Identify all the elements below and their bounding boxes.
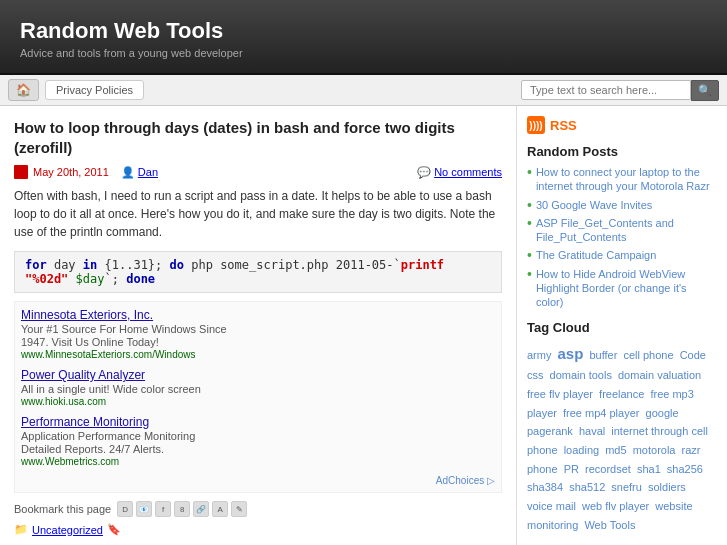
list-item: • How to Hide Android WebView Highlight … [527,267,717,310]
sidebar: )))) RSS Random Posts • How to connect y… [517,106,727,545]
breadcrumb: Privacy Policies [45,80,144,100]
tag-bookmark-icon: 🔖 [107,523,121,536]
tag-buffer[interactable]: buffer [589,349,617,361]
tag-cloud: army asp buffer cell phone Code css doma… [527,341,717,535]
tag-icon: 📁 [14,523,28,536]
bullet-icon: • [527,248,532,262]
tag-domain-tools[interactable]: domain tools [550,369,612,381]
bookmark-icon-4[interactable]: 8 [174,501,190,517]
ad-link-3[interactable]: Performance Monitoring [21,415,149,429]
ad-desc-1a: Your #1 Source For Home Windows Since [21,323,495,335]
list-item: • How to connect your laptop to the inte… [527,165,717,194]
tag-domain-valuation[interactable]: domain valuation [618,369,701,381]
bookmark-icon-2[interactable]: 📧 [136,501,152,517]
bookmark-icon-5[interactable]: 🔗 [193,501,209,517]
list-item: • The Gratitude Campaign [527,248,717,262]
bullet-icon: • [527,165,532,179]
main-layout: How to loop through days (dates) in bash… [0,106,727,545]
bookmark-icon-3[interactable]: f [155,501,171,517]
search-input[interactable] [521,80,691,100]
ad-choices-label[interactable]: AdChoices ▷ [436,475,495,486]
random-post-link-5[interactable]: How to Hide Android WebView Highlight Bo… [536,267,717,310]
tag-haval[interactable]: haval [579,425,605,437]
bullet-icon: • [527,198,532,212]
random-posts-title: Random Posts [527,144,717,159]
tag-motorola[interactable]: motorola [633,444,676,456]
ad-choices: AdChoices ▷ [21,475,495,486]
tag-free-mp4[interactable]: free mp4 player [563,407,639,419]
site-subtitle: Advice and tools from a young web develo… [20,47,707,59]
tag-code[interactable]: Code [680,349,706,361]
bookmark-icon-6[interactable]: A [212,501,228,517]
tag-css[interactable]: css [527,369,544,381]
tag-freelance[interactable]: freelance [599,388,644,400]
author-link[interactable]: Dan [138,166,158,178]
code-keyword3: do [170,258,184,272]
tag-free-flv-player[interactable]: free flv player [527,388,593,400]
ad-desc-2a: All in a single unit! Wide color screen [21,383,495,395]
tag-sha256[interactable]: sha256 [667,463,703,475]
random-post-link-3[interactable]: ASP File_Get_Contents and File_Put_Conte… [536,216,717,245]
tag-pagerank[interactable]: pagerank [527,425,573,437]
tag-md5[interactable]: md5 [605,444,626,456]
tag-google[interactable]: google [646,407,679,419]
post1-comments: 💬 No comments [417,166,502,179]
tag-recordset[interactable]: recordset [585,463,631,475]
tag-pr[interactable]: PR [564,463,579,475]
ad-url-1: www.MinnesotaExteriors.com/Windows [21,349,495,360]
code-keyword2: in [83,258,97,272]
post1-author: 👤 Dan [121,166,158,179]
bookmark-label: Bookmark this page [14,503,111,515]
person-icon: 👤 [121,166,135,179]
tag-soldiers[interactable]: soldiers [648,481,686,493]
tag-snefru[interactable]: snefru [611,481,642,493]
list-item: • 30 Google Wave Invites [527,198,717,212]
home-button[interactable]: 🏠 [8,79,39,101]
tag-asp[interactable]: asp [558,345,584,362]
content-area: How to loop through days (dates) in bash… [0,106,517,545]
search-button[interactable]: 🔍 [691,80,719,101]
ad-url-2: www.hioki.usa.com [21,396,495,407]
random-post-link-1[interactable]: How to connect your laptop to the intern… [536,165,717,194]
random-post-link-2[interactable]: 30 Google Wave Invites [536,198,652,212]
tag-army[interactable]: army [527,349,551,361]
navbar: 🏠 Privacy Policies 🔍 [0,75,727,106]
tag-cloud-title: Tag Cloud [527,320,717,335]
random-post-link-4[interactable]: The Gratitude Campaign [536,248,656,262]
site-title: Random Web Tools [20,18,707,44]
ad-desc-3b: Detailed Reports. 24/7 Alerts. [21,443,495,455]
tag-loading[interactable]: loading [564,444,599,456]
tag-voice-mail[interactable]: voice mail [527,500,576,512]
site-header: Random Web Tools Advice and tools from a… [0,0,727,75]
bookmark-icons: D 📧 f 8 🔗 A ✎ [117,501,247,517]
list-item: • ASP File_Get_Contents and File_Put_Con… [527,216,717,245]
bookmark-section: Bookmark this page D 📧 f 8 🔗 A ✎ [14,501,502,517]
tag-sha384[interactable]: sha384 [527,481,563,493]
search-bar: 🔍 [521,80,719,101]
random-posts-list: • How to connect your laptop to the inte… [527,165,717,310]
tag-uncategorized[interactable]: Uncategorized [32,524,103,536]
bullet-icon: • [527,216,532,230]
tag-sha512[interactable]: sha512 [569,481,605,493]
rss-icon: )))) [527,116,545,134]
tag-sha1[interactable]: sha1 [637,463,661,475]
post1-title: How to loop through days (dates) in bash… [14,118,502,157]
tag-cell-phone[interactable]: cell phone [623,349,673,361]
post1-meta: May 20th, 2011 👤 Dan 💬 No comments [14,165,502,179]
ad-item-2: Power Quality Analyzer All in a single u… [21,368,495,407]
tag-web-flv[interactable]: web flv player [582,500,649,512]
tag-web-tools[interactable]: Web Tools [584,519,635,531]
ads-section: Minnesota Exteriors, Inc. Your #1 Source… [14,301,502,493]
ad-desc-3a: Application Performance Monitoring [21,430,495,442]
ad-link-1[interactable]: Minnesota Exteriors, Inc. [21,308,153,322]
rss-box: )))) RSS [527,116,717,134]
ad-desc-1b: 1947. Visit Us Online Today! [21,336,495,348]
ad-link-2[interactable]: Power Quality Analyzer [21,368,145,382]
ad-item-1: Minnesota Exteriors, Inc. Your #1 Source… [21,308,495,360]
comment-icon: 💬 [417,166,431,179]
rss-label[interactable]: RSS [550,118,577,133]
bookmark-icon-7[interactable]: ✎ [231,501,247,517]
bookmark-icon-1[interactable]: D [117,501,133,517]
code-keyword: for [25,258,47,272]
comments-link[interactable]: No comments [434,166,502,178]
